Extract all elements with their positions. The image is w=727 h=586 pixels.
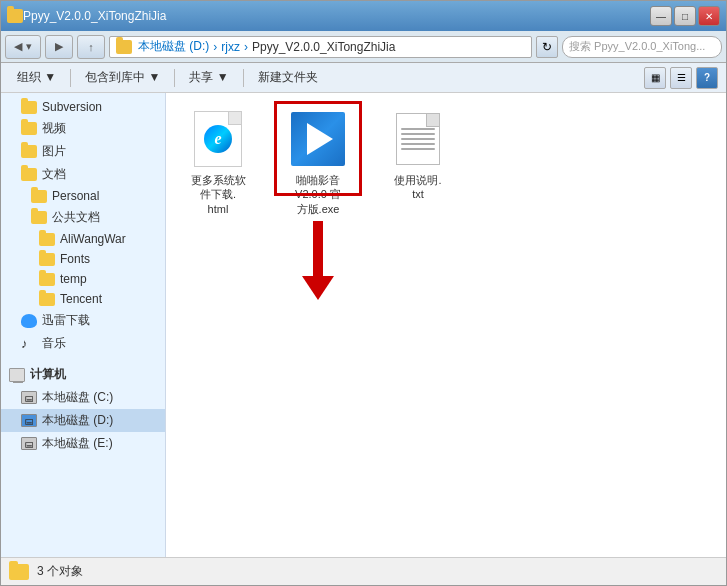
drive-c-icon: 🖴 — [21, 391, 37, 404]
toolbar-right: ▦ ☰ ? — [644, 67, 718, 89]
folder-icon — [21, 122, 37, 135]
red-arrow — [302, 221, 334, 300]
sidebar-item-pictures[interactable]: 图片 — [1, 140, 165, 163]
forward-button[interactable]: ▶ — [45, 35, 73, 59]
folder-icon — [39, 253, 55, 266]
folder-icon — [39, 273, 55, 286]
play-triangle-icon — [307, 123, 333, 155]
computer-icon — [9, 368, 25, 382]
toolbar-sep-1 — [70, 69, 71, 87]
arrow-stem — [313, 221, 323, 276]
sidebar-spacer — [1, 355, 165, 363]
sidebar-item-drive-e[interactable]: 🖴 本地磁盘 (E:) — [1, 432, 165, 455]
sidebar-item-music[interactable]: ♪ 音乐 — [1, 332, 165, 355]
folder-icon — [21, 145, 37, 158]
maximize-button[interactable]: □ — [674, 6, 696, 26]
drive-d-icon: 🖴 — [21, 414, 37, 427]
html-file-label: 更多系统软件下载.html — [191, 173, 246, 216]
txt-file-icon-area — [388, 109, 448, 169]
drive-e-icon: 🖴 — [21, 437, 37, 450]
address-bar: ◀ ▾ ▶ ↑ 本地磁盘 (D:) › rjxz › Ppyy_V2.0.0_X… — [1, 31, 726, 63]
toolbar-sep-3 — [243, 69, 244, 87]
txt-line-4 — [401, 143, 435, 145]
status-folder-icon — [9, 564, 29, 580]
txt-file-icon — [396, 113, 440, 165]
help-button[interactable]: ? — [696, 67, 718, 89]
explorer-window: Ppyy_V2.0.0_XiTongZhiJia — □ ✕ ◀ ▾ ▶ ↑ 本… — [0, 0, 727, 586]
close-button[interactable]: ✕ — [698, 6, 720, 26]
up-button[interactable]: ↑ — [77, 35, 105, 59]
sidebar-item-drive-d[interactable]: 🖴 本地磁盘 (D:) — [1, 409, 165, 432]
sidebar-item-fonts[interactable]: Fonts — [1, 249, 165, 269]
window-title: Ppyy_V2.0.0_XiTongZhiJia — [23, 9, 650, 23]
sidebar-item-subversion[interactable]: Subversion — [1, 97, 165, 117]
title-bar: Ppyy_V2.0.0_XiTongZhiJia — □ ✕ — [1, 1, 726, 31]
bc-part-2[interactable]: rjxz — [221, 40, 240, 54]
back-button[interactable]: ◀ ▾ — [5, 35, 41, 59]
include-library-button[interactable]: 包含到库中 ▼ — [77, 66, 168, 90]
exe-file-icon-area — [288, 109, 348, 169]
sidebar: Subversion 视频 图片 文档 Personal 公共文档 — [1, 93, 166, 557]
sidebar-item-temp[interactable]: temp — [1, 269, 165, 289]
file-area: 更多系统软件下载.html 啪啪影音V2.0.0 官方版.exe — [166, 93, 726, 557]
file-item-html[interactable]: 更多系统软件下载.html — [178, 105, 258, 220]
exe-file-icon — [291, 112, 345, 166]
exe-file-label: 啪啪影音V2.0.0 官方版.exe — [295, 173, 341, 216]
txt-line-1 — [401, 128, 435, 130]
sidebar-item-video[interactable]: 视频 — [1, 117, 165, 140]
folder-icon — [21, 101, 37, 114]
sidebar-item-tencent[interactable]: Tencent — [1, 289, 165, 309]
file-grid: 更多系统软件下载.html 啪啪影音V2.0.0 官方版.exe — [178, 105, 714, 220]
toolbar: 组织 ▼ 包含到库中 ▼ 共享 ▼ 新建文件夹 ▦ ☰ ? — [1, 63, 726, 93]
view-button-1[interactable]: ▦ — [644, 67, 666, 89]
new-folder-button[interactable]: 新建文件夹 — [250, 66, 326, 90]
ie-logo-icon — [204, 125, 232, 153]
txt-line-3 — [401, 138, 435, 140]
html-file-icon-area — [188, 109, 248, 169]
minimize-button[interactable]: — — [650, 6, 672, 26]
sidebar-item-computer[interactable]: 计算机 — [1, 363, 165, 386]
status-bar: 3 个对象 — [1, 557, 726, 585]
path-folder-icon — [116, 40, 132, 54]
sidebar-item-xunlei[interactable]: 迅雷下载 — [1, 309, 165, 332]
file-item-exe[interactable]: 啪啪影音V2.0.0 官方版.exe — [278, 105, 358, 220]
txt-file-label: 使用说明.txt — [394, 173, 441, 202]
folder-icon — [31, 190, 47, 203]
bc-part-3[interactable]: Ppyy_V2.0.0_XiTongZhiJia — [252, 40, 395, 54]
exe-file-wrapper: 啪啪影音V2.0.0 官方版.exe — [278, 105, 358, 220]
bc-sep-1: › — [213, 40, 217, 54]
txt-lines — [401, 128, 435, 150]
organize-button[interactable]: 组织 ▼ — [9, 66, 64, 90]
toolbar-sep-2 — [174, 69, 175, 87]
xunlei-icon — [21, 314, 37, 328]
refresh-button[interactable]: ↻ — [536, 36, 558, 58]
search-placeholder: 搜索 Ppyy_V2.0.0_XiTong... — [569, 39, 705, 54]
sidebar-item-public-docs[interactable]: 公共文档 — [1, 206, 165, 229]
bc-part-1[interactable]: 本地磁盘 (D:) — [138, 38, 209, 55]
sidebar-item-personal[interactable]: Personal — [1, 186, 165, 206]
sidebar-item-drive-c[interactable]: 🖴 本地磁盘 (C:) — [1, 386, 165, 409]
breadcrumb[interactable]: 本地磁盘 (D:) › rjxz › Ppyy_V2.0.0_XiTongZhi… — [109, 36, 532, 58]
view-button-2[interactable]: ☰ — [670, 67, 692, 89]
breadcrumb-text: 本地磁盘 (D:) › rjxz › Ppyy_V2.0.0_XiTongZhi… — [138, 38, 395, 55]
bc-sep-2: › — [244, 40, 248, 54]
txt-line-2 — [401, 133, 435, 135]
status-count: 3 个对象 — [37, 563, 83, 580]
window-icon — [7, 9, 23, 23]
file-item-txt[interactable]: 使用说明.txt — [378, 105, 458, 220]
search-bar[interactable]: 搜索 Ppyy_V2.0.0_XiTong... — [562, 36, 722, 58]
main-area: Subversion 视频 图片 文档 Personal 公共文档 — [1, 93, 726, 557]
html-file-icon — [194, 111, 242, 167]
share-button[interactable]: 共享 ▼ — [181, 66, 236, 90]
window-controls: — □ ✕ — [650, 6, 720, 26]
folder-icon — [39, 293, 55, 306]
folder-icon — [39, 233, 55, 246]
sidebar-item-aliwangwang[interactable]: AliWangWar — [1, 229, 165, 249]
folder-icon — [31, 211, 47, 224]
arrow-head — [302, 276, 334, 300]
folder-icon — [21, 168, 37, 181]
music-icon: ♪ — [21, 337, 37, 351]
status-bar-left: 3 个对象 — [9, 563, 83, 580]
sidebar-item-documents[interactable]: 文档 — [1, 163, 165, 186]
